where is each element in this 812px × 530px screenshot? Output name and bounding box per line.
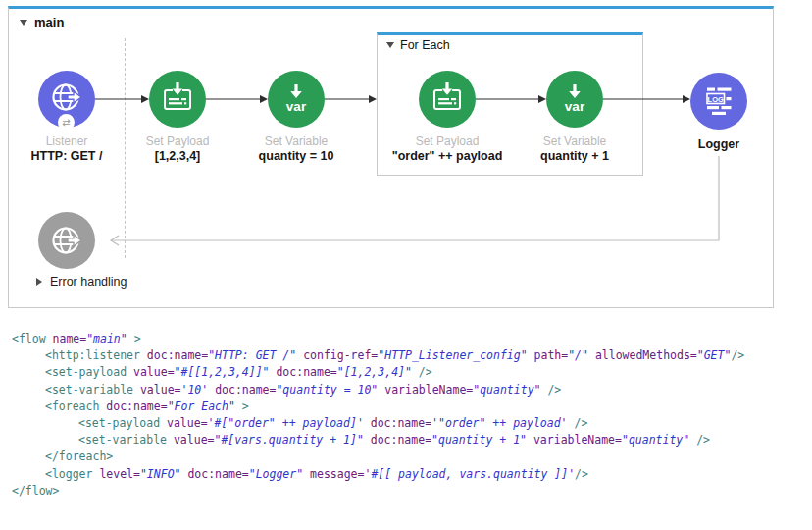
mule-flow-canvas: main For Each xyxy=(0,0,812,530)
flow-title: main xyxy=(34,15,64,29)
listener-node[interactable]: ⇄ xyxy=(38,71,95,128)
foreach-title: For Each xyxy=(400,38,450,52)
foreach-set-payload-node[interactable] xyxy=(419,71,476,128)
xml-code-line: <set-payload value='#["order" ++ payload… xyxy=(0,415,812,432)
foreach-set-variable-node[interactable]: var xyxy=(546,71,603,128)
source-flow-separator xyxy=(125,38,126,258)
http-globe-icon xyxy=(38,212,95,269)
set-variable-node[interactable]: var xyxy=(268,71,325,128)
flow-header-main: main xyxy=(20,15,64,29)
svg-text:LOG: LOG xyxy=(708,95,724,104)
set-payload-icon xyxy=(419,71,476,128)
error-handling-section: Error handling xyxy=(36,275,127,289)
svg-text:var: var xyxy=(286,99,307,114)
foreach-set-payload-type-label: Set Payload xyxy=(374,134,521,148)
set-variable-type-label: Set Variable xyxy=(223,134,370,148)
foreach-set-variable-type-label: Set Variable xyxy=(501,134,648,148)
listener-badge-icon: ⇄ xyxy=(58,114,75,131)
set-variable-doc-name: quantity = 10 xyxy=(213,149,380,163)
set-payload-node[interactable] xyxy=(149,71,206,128)
xml-editor[interactable]: <flow name="main" ><http:listener doc:na… xyxy=(0,331,812,500)
set-variable-icon: var xyxy=(546,71,603,128)
set-variable-icon: var xyxy=(268,71,325,128)
collapse-triangle-icon[interactable] xyxy=(20,20,27,26)
set-payload-icon xyxy=(149,71,206,128)
xml-code-line: </flow> xyxy=(0,483,812,500)
xml-code-line: <set-variable value="#[vars.quantity + 1… xyxy=(0,432,812,449)
foreach-set-variable-doc-name: quantity + 1 xyxy=(491,149,658,163)
http-response-node[interactable] xyxy=(38,212,95,269)
xml-code-line: <foreach doc:name="For Each" > xyxy=(0,398,812,415)
xml-code-line: </foreach> xyxy=(0,449,812,465)
error-handling-label: Error handling xyxy=(50,275,127,289)
logger-node[interactable]: LOG xyxy=(690,73,747,130)
xml-code-line: <flow name="main" > xyxy=(0,331,812,347)
flow-container-main: main For Each xyxy=(8,6,774,308)
xml-code-line: <http:listener doc:name="HTTP: GET /" co… xyxy=(0,347,812,364)
logger-icon: LOG xyxy=(690,73,747,130)
collapse-triangle-icon[interactable] xyxy=(386,42,394,48)
expand-triangle-icon[interactable] xyxy=(36,278,42,286)
svg-text:var: var xyxy=(565,99,585,114)
xml-code-line: <set-payload value="#[[1,2,3,4]]" doc:na… xyxy=(0,364,812,381)
logger-doc-name: Logger xyxy=(635,137,802,151)
xml-code-line: <logger level="INFO" doc:name="Logger" m… xyxy=(0,466,812,483)
xml-code-line: <set-variable value='10' doc:name="quant… xyxy=(0,382,812,398)
foreach-header: For Each xyxy=(386,38,450,52)
